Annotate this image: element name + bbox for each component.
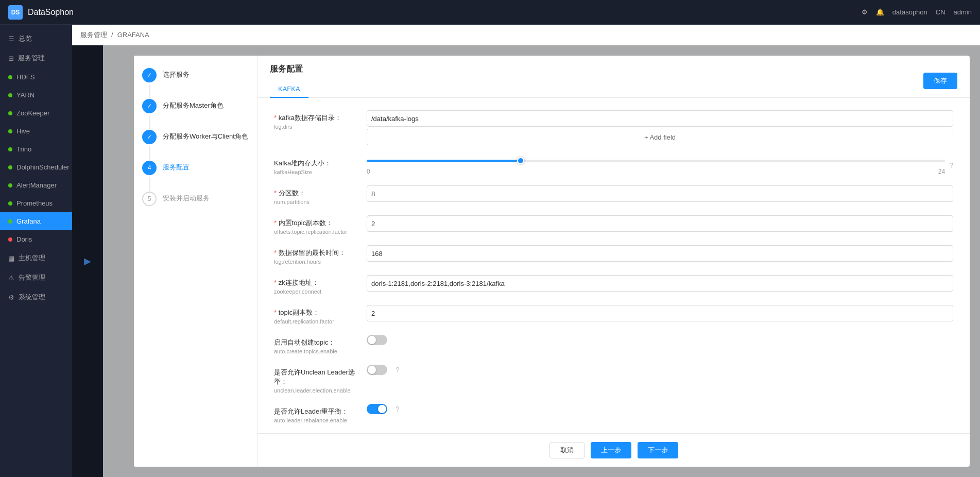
app-title: DataSophon (28, 8, 74, 17)
step-1: ✓ 选择服务 (142, 68, 249, 82)
content-area: 服务管理 / GRAFANA ✓ 选择服务 (72, 25, 980, 477)
partitions-label: 分区数： (274, 189, 367, 198)
sidebar-item-service-mgmt[interactable]: ⊞ 服务管理 (0, 48, 72, 68)
unclean-leader-toggle[interactable] (367, 365, 387, 375)
host-mgmt-icon: ▦ (8, 254, 14, 262)
unclean-leader-help-icon[interactable]: ? (396, 366, 400, 374)
form-body: kafka数据存储目录： log.dirs + Add field (257, 98, 970, 433)
log-retention-control (367, 245, 953, 262)
kafka-log-dir-input[interactable] (367, 110, 953, 127)
heap-size-help-icon[interactable]: ? (949, 161, 953, 169)
sidebar-item-alertmanager[interactable]: AlertManager (0, 176, 72, 194)
sidebar-item-trino[interactable]: Trino (0, 140, 72, 158)
breadcrumb-service[interactable]: 服务管理 (80, 30, 107, 40)
form-group-zk-connect: zk连接地址： zookeeper.connect (274, 275, 953, 295)
sidebar-item-label: 告警管理 (19, 273, 45, 282)
kafka-log-dir-label: kafka数据存储目录： (274, 113, 367, 123)
form-group-kafka-log-dir: kafka数据存储目录： log.dirs + Add field (274, 110, 953, 145)
step-5-label: 安装并启动服务 (163, 192, 210, 203)
step-1-circle: ✓ (142, 68, 157, 82)
label-kafka-log-dir: kafka数据存储目录： log.dirs (274, 110, 367, 130)
sidebar-item-grafana[interactable]: Grafana (0, 212, 72, 230)
sidebar-item-yarn[interactable]: YARN (0, 86, 72, 104)
tab-bar: KAFKA (270, 81, 308, 98)
leader-rebalance-track[interactable] (367, 404, 387, 414)
slider-thumb[interactable] (517, 157, 524, 164)
sidebar-item-overview[interactable]: ☰ 总览 (0, 29, 72, 48)
next-button[interactable]: 下一步 (638, 442, 678, 458)
label-log-retention: 数据保留的最长时间： log.retention.hours (274, 245, 367, 265)
heap-size-control: 0 24 ? (367, 156, 953, 175)
step-1-label: 选择服务 (163, 68, 190, 79)
unclean-leader-control: ? (367, 365, 953, 375)
prev-button[interactable]: 上一步 (591, 442, 631, 458)
sidebar-item-hdfs[interactable]: HDFS (0, 68, 72, 86)
leader-rebalance-label: 是否允许Leader重平衡： (274, 407, 367, 416)
user-dropdown[interactable]: datasophon (892, 8, 927, 16)
leader-rebalance-control: ? (367, 404, 953, 414)
form-group-leader-rebalance: 是否允许Leader重平衡： auto.leader.rebalance.ena… (274, 404, 953, 423)
slider-max: 24 (938, 168, 945, 175)
topic-replication-input[interactable] (367, 305, 953, 321)
sidebar-item-label: 主机管理 (19, 253, 45, 263)
zk-connect-sub: zookeeper.connect (274, 288, 367, 295)
log-retention-input[interactable] (367, 245, 953, 262)
sidebar-item-sys-mgmt[interactable]: ⚙ 系统管理 (0, 287, 72, 307)
prometheus-dot (8, 201, 12, 206)
tab-kafka[interactable]: KAFKA (270, 81, 308, 98)
topic-replication-control (367, 305, 953, 321)
topic-replication-sub: default.replication.factor (274, 318, 367, 325)
settings-icon[interactable]: ⚙ (862, 8, 868, 16)
avatar[interactable]: admin (954, 8, 972, 16)
offsets-replication-input[interactable] (367, 215, 953, 232)
bell-icon[interactable]: 🔔 (876, 8, 884, 16)
form-group-unclean-leader: 是否允许Unclean Leader选举： unclean.leader.ele… (274, 365, 953, 394)
slider-bg (367, 160, 945, 162)
sidebar-item-label: YARN (16, 91, 35, 99)
main-layout: ☰ 总览 ⊞ 服务管理 HDFS YARN ZooKeeper Hive Tri… (0, 25, 980, 477)
step-2-label: 分配服务Master角色 (163, 99, 223, 110)
leader-rebalance-help-icon[interactable]: ? (396, 405, 400, 413)
heap-size-sub: kafkaHeapSize (274, 169, 367, 175)
label-heap-size: Kafka堆内存大小： kafkaHeapSize (274, 156, 367, 175)
label-auto-create: 启用自动创建topic： auto.create.topics.enable (274, 335, 367, 354)
slider-track[interactable] (367, 156, 945, 166)
label-zk-connect: zk连接地址： zookeeper.connect (274, 275, 367, 295)
step-4-label: 服务配置 (163, 161, 190, 172)
form-panel: 服务配置 KAFKA 保存 (257, 56, 970, 467)
sidebar-item-alert-mgmt[interactable]: ⚠ 告警管理 (0, 268, 72, 287)
auto-create-track[interactable] (367, 335, 387, 345)
sidebar-item-dolphinscheduler[interactable]: DolphinScheduler (0, 158, 72, 176)
unclean-leader-track[interactable] (367, 365, 387, 375)
hdfs-dot (8, 75, 12, 79)
save-button[interactable]: 保存 (923, 73, 957, 89)
add-field-button[interactable]: + Add field (367, 129, 953, 145)
sidebar-item-label: Hive (16, 127, 30, 135)
heap-size-slider: 0 24 (367, 156, 945, 175)
sidebar-item-doris[interactable]: Doris (0, 230, 72, 248)
sidebar-item-hive[interactable]: Hive (0, 122, 72, 140)
form-group-auto-create: 启用自动创建topic： auto.create.topics.enable (274, 335, 953, 354)
form-group-topic-replication: topic副本数： default.replication.factor (274, 305, 953, 325)
zk-connect-control (367, 275, 953, 292)
label-topic-replication: topic副本数： default.replication.factor (274, 305, 367, 325)
zk-connect-input[interactable] (367, 275, 953, 292)
sidebar-item-prometheus[interactable]: Prometheus (0, 194, 72, 212)
step-3-label: 分配服务Worker与Client角色 (163, 130, 248, 141)
form-group-partitions: 分区数： num.partitions (274, 185, 953, 205)
slider-min: 0 (367, 168, 370, 175)
sidebar-item-host-mgmt[interactable]: ▦ 主机管理 (0, 248, 72, 268)
sidebar-item-zookeeper[interactable]: ZooKeeper (0, 104, 72, 122)
cancel-button[interactable]: 取消 (549, 442, 584, 458)
form-group-offsets-replication: 内置topic副本数： offsets.topic.replication.fa… (274, 215, 953, 235)
topic-replication-label: topic副本数： (274, 308, 367, 317)
leader-rebalance-thumb (378, 405, 386, 413)
step-3-circle: ✓ (142, 130, 157, 144)
leader-rebalance-toggle[interactable] (367, 404, 387, 414)
form-footer: 取消 上一步 下一步 (257, 433, 970, 467)
language-dropdown[interactable]: CN (936, 8, 945, 16)
form-group-log-retention: 数据保留的最长时间： log.retention.hours (274, 245, 953, 265)
sidebar-item-label: 总览 (19, 34, 32, 43)
partitions-input[interactable] (367, 185, 953, 202)
auto-create-toggle[interactable] (367, 335, 387, 345)
